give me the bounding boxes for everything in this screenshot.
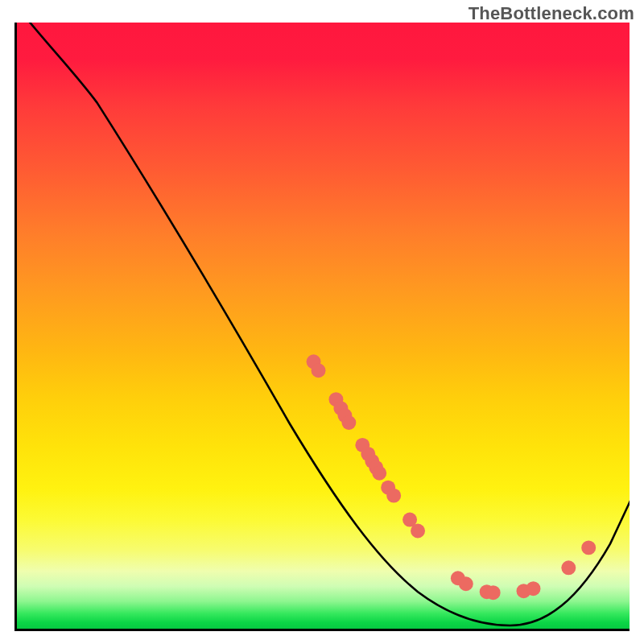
bottleneck-curve (17, 23, 630, 625)
svg-point-21 (561, 560, 576, 575)
data-point-markers (307, 354, 597, 600)
svg-point-14 (411, 524, 425, 539)
svg-point-10 (372, 466, 386, 481)
svg-point-20 (526, 581, 541, 596)
svg-point-16 (459, 576, 473, 591)
svg-point-5 (341, 415, 356, 430)
svg-point-12 (386, 489, 401, 503)
chart-plot-area (14, 23, 630, 631)
bottleneck-curve-layer (17, 23, 630, 629)
svg-point-18 (486, 585, 501, 600)
watermark-text: TheBottleneck.com (469, 3, 634, 24)
svg-point-22 (581, 540, 596, 555)
svg-point-1 (312, 363, 326, 378)
